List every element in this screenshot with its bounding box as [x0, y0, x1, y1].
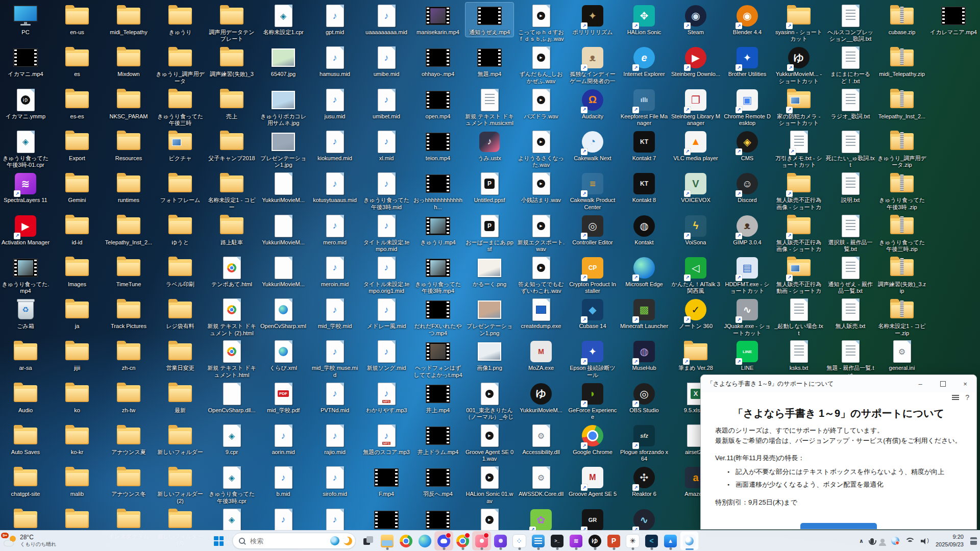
desktop-icon[interactable]: ヘルスコンプレッション__歌詞.txt [826, 3, 874, 44]
desktop-icon[interactable]: ar-sa [2, 338, 50, 372]
desktop-icon[interactable]: Export [53, 129, 101, 163]
desktop-icon[interactable]: es-es [53, 87, 101, 121]
desktop-icon[interactable]: きゅうり食ってた午後三時 [156, 87, 204, 128]
desktop-icon[interactable]: ▩↗Minecraft Launcher [620, 296, 668, 331]
taskbar-app-task-view[interactable] [359, 531, 378, 550]
desktop-icon[interactable]: おっhhhhhhhhhhhhh... [414, 170, 462, 212]
desktop-icon[interactable]: ♪PVTNd.mid [311, 381, 359, 415]
desktop-icon[interactable]: PC [2, 3, 50, 37]
desktop-icon[interactable]: ♪mid_学校.mid [311, 296, 359, 331]
taskbar-app-grid-app[interactable]: ⁘ [510, 531, 529, 550]
desktop-icon[interactable]: ▶HALion Sonic 01.wav [465, 464, 513, 506]
desktop-icon[interactable]: ▶Groove Agent SE 01.wav [465, 422, 513, 464]
taskbar-app-pink-app[interactable] [472, 531, 491, 550]
desktop-icon[interactable]: ↗万引きメモ.txt - ショートカット [775, 129, 823, 170]
hidden-icons-chevron[interactable]: ∧ [859, 538, 864, 544]
desktop-icon[interactable]: en-us [53, 3, 101, 37]
desktop-icon[interactable]: id-id [53, 213, 101, 247]
desktop-icon[interactable]: ゆ↗YukkuriMovieM... - ショートカット [775, 44, 823, 86]
desktop-icon[interactable]: ko-kr [53, 422, 101, 457]
menu-icon[interactable] [952, 395, 959, 400]
volume-icon[interactable]: ) [921, 538, 929, 544]
desktop-icon[interactable]: ◁↗かんたん！AITalk 3 関西風 [672, 255, 720, 296]
desktop-icon[interactable]: ohhayo-.mp4 [414, 44, 462, 79]
desktop-icon[interactable]: ▶パズドラ.wav [517, 87, 565, 121]
ime-stamp-icon[interactable] [970, 537, 977, 545]
desktop-icon[interactable]: ♪meroin.mid [311, 255, 359, 289]
desktop-icon[interactable]: Images [53, 255, 101, 289]
desktop-icon[interactable]: ▶答え知ってでもむずいわこれ.wav [517, 255, 565, 296]
desktop-icon[interactable]: ▶↗Steinberg Downlo... [672, 44, 720, 79]
desktop-icon[interactable]: ϟ↗VoiSona [672, 213, 720, 247]
desktop-icon[interactable]: ja [53, 296, 101, 331]
desktop-icon[interactable]: 調声用データテンプレート [208, 3, 256, 44]
desktop-icon[interactable]: ✥↗HALion Sonic [620, 3, 668, 37]
taskbar-app-discord[interactable] [434, 531, 453, 550]
wifi-icon[interactable] [906, 538, 914, 544]
taskbar-app-cubase[interactable]: < [642, 531, 661, 550]
desktop-icon[interactable]: ✣↗Reaktor 6 [620, 464, 668, 498]
desktop-icon[interactable]: きゅうり食ってた午後3時 .zip [878, 170, 926, 212]
desktop-icon[interactable]: レジ袋有料 [156, 296, 204, 331]
desktop-icon[interactable]: KTKontakt 7 [620, 129, 668, 163]
desktop-icon[interactable]: きゅうり [156, 3, 204, 37]
taskbar-app-file-explorer[interactable] [378, 531, 397, 550]
desktop-icon[interactable]: ◈9.cpr [208, 422, 256, 457]
desktop-icon[interactable]: きゅうり食ってた午後三時.zip [878, 213, 926, 254]
desktop-icon[interactable]: ♪mid_学校 muse.mid [311, 338, 359, 380]
desktop-icon[interactable]: ▶001_東北きりたん（ノーマル）_今じゃ... [465, 381, 513, 422]
desktop-icon[interactable]: ♪hamusu.mid [311, 44, 359, 79]
desktop-icon[interactable]: 無人販売.txt [826, 296, 874, 331]
desktop-icon[interactable]: _起動しない場合.txt [775, 296, 823, 338]
desktop-icon[interactable]: ◈↗CMS [723, 129, 771, 163]
desktop-icon[interactable]: ▣↗Chrome Remote Desktop [723, 87, 771, 128]
desktop-icon[interactable]: ♪rajio.mid [311, 422, 359, 457]
desktop-icon[interactable]: ▶新規エクスポート.wav [517, 213, 565, 254]
desktop-icon[interactable]: きゅうり食ってた午後3時.mp4 [414, 255, 462, 296]
desktop-icon[interactable]: ▶こってゅｈｄすおｆｄｓｂふぉ.wav [517, 3, 565, 44]
desktop-icon[interactable]: ✓↗ノートン 360 [672, 296, 720, 331]
desktop-icon[interactable]: ♪umibet.mid [362, 87, 410, 121]
desktop-icon[interactable]: 死にたい_ゅ歌詞.txt [826, 129, 874, 170]
desktop-icon[interactable]: ヘッドフォンはずしててよかっt.mp4 [414, 338, 462, 380]
desktop-icon[interactable]: zh-cn [105, 338, 153, 372]
desktop-icon[interactable]: ↗syasinn - ショートカット [775, 3, 823, 44]
desktop-icon[interactable]: 新規 テキスト ドキュメント.musicxml [465, 87, 513, 128]
desktop-icon[interactable]: e↗Internet Explorer [620, 44, 668, 79]
desktop-icon[interactable]: 新規 テキスト ドキュメント (2).html [208, 296, 256, 338]
desktop-icon[interactable]: ♪タイトル未設定.tempo.orig1.mid [362, 255, 410, 296]
taskbar-app-chrome-profile-2[interactable] [453, 531, 472, 550]
desktop-icon[interactable]: ♪メドレー風.mid [362, 296, 410, 331]
desktop-icon[interactable]: manisekarin.mp4 [414, 3, 462, 37]
desktop-icon[interactable]: OpenCvSharp.dll... [208, 381, 256, 415]
desktop-icon[interactable]: es [53, 44, 101, 79]
maximize-button[interactable] [932, 375, 954, 392]
desktop-icon[interactable]: 調声練習(失敗)_3 [208, 44, 256, 79]
desktop-icon[interactable]: きゅうりボカコレ用サムネ.jpg [259, 87, 307, 128]
desktop-icon[interactable]: 路上駐車 [208, 213, 256, 247]
desktop-icon[interactable]: ↗家の防犯カメラ - ショートカット [775, 87, 823, 128]
desktop-icon[interactable]: PDFmid_学校.pdf [259, 381, 307, 415]
desktop-icon[interactable]: ◗↗GeForce Experience [569, 381, 617, 422]
desktop-icon[interactable]: 選択肢 - 親作品一覧.txt [826, 213, 874, 254]
desktop-icon[interactable]: malib [53, 464, 101, 498]
desktop-icon[interactable]: ♪gpt.mid [311, 3, 359, 37]
desktop-icon[interactable]: きゅうり.mp4 [414, 213, 462, 247]
desktop-icon[interactable]: Track Pictures [105, 296, 153, 331]
desktop-icon[interactable]: YukkuriMovieM... [259, 255, 307, 289]
close-button[interactable]: × [954, 375, 976, 392]
desktop-icon[interactable]: cubase.zip [878, 3, 926, 37]
desktop-icon[interactable]: だれだFXいれたやつ.mp4 [414, 296, 462, 338]
desktop-icon[interactable]: ゆイカマニ.ymmp [2, 87, 50, 121]
desktop-icon[interactable]: ♪mero.mid [311, 213, 359, 247]
desktop-icon[interactable]: M↗Groove Agent SE 5 [569, 464, 617, 498]
desktop-icon[interactable]: ko [53, 381, 101, 415]
desktop-icon[interactable]: ⚙general.ini [878, 338, 926, 372]
desktop-icon[interactable]: フォトフレーム [156, 170, 204, 205]
desktop-icon[interactable]: NKSC_PARAM [105, 87, 153, 121]
desktop-icon[interactable]: アナウンス冬 [105, 464, 153, 498]
desktop-icon[interactable]: ◉↗Blender 4.4 [723, 3, 771, 37]
desktop-icon[interactable]: ∿↗JQuake.exe - ショートカット [723, 296, 771, 338]
desktop-icon[interactable]: ♪新規ソング.mid [362, 338, 410, 372]
tray-clock[interactable]: 9:20 2025/09/23 [936, 533, 964, 548]
